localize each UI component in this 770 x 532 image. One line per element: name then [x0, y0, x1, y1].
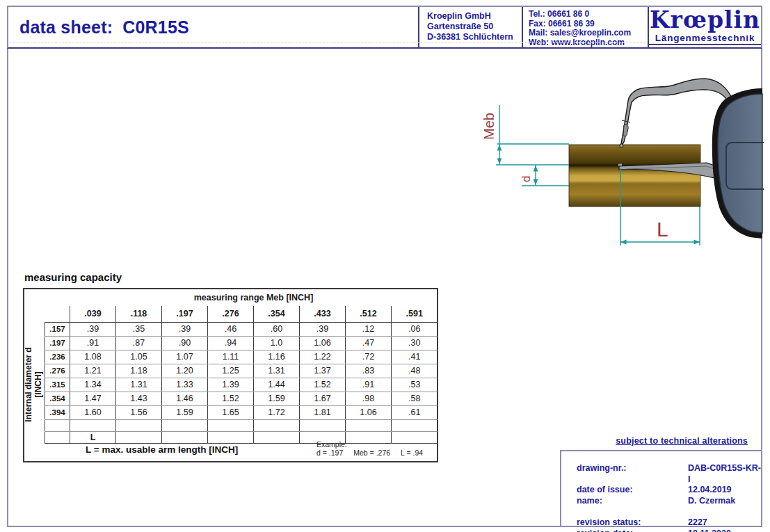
capacity-cell: 1.20 — [162, 364, 208, 378]
example-l: L = .94 — [401, 449, 423, 458]
contact-mail: Mail: sales@kroeplin.com — [529, 29, 648, 38]
contact-fax: Fax: 06661 86 39 — [529, 19, 648, 29]
capacity-cell — [208, 419, 254, 431]
company-city: D-36381 Schlüchtern — [427, 32, 522, 42]
capacity-cell: .61 — [392, 405, 438, 419]
capacity-cell: .35 — [116, 322, 162, 336]
row-group-label-line2: [INCH] — [34, 328, 44, 441]
logo-tagline: Längenmesstechnik — [649, 33, 761, 43]
capacity-cell — [392, 419, 438, 431]
capacity-cell: 1.08 — [70, 350, 116, 364]
col-header: .512 — [346, 306, 392, 322]
capacity-cell: 1.44 — [254, 378, 300, 392]
capacity-cell: 1.81 — [300, 405, 346, 419]
corner-cell — [45, 306, 70, 322]
col-header: .197 — [162, 306, 208, 322]
capacity-cell: 1.07 — [162, 350, 208, 364]
info-box-gap — [577, 506, 761, 517]
capacity-cell: .53 — [392, 378, 438, 392]
capacity-cell: 1.22 — [300, 350, 346, 364]
table-row: .2361.081.051.071.111.161.22.72.41 — [45, 350, 438, 364]
row-header: .197 — [45, 336, 70, 350]
row-header — [45, 419, 70, 431]
capacity-cell — [254, 419, 300, 431]
upper-arm-tip-detail — [623, 124, 628, 136]
capacity-cell: 1.65 — [208, 405, 254, 419]
capacity-cell: .47 — [346, 336, 392, 350]
col-header: .354 — [254, 306, 300, 322]
capacity-cell — [116, 419, 162, 431]
capacity-cell: 1.0 — [254, 336, 300, 350]
drawing-nr-row: drawing-nr.: DAB-C0R15S-KR-I — [577, 463, 761, 485]
measuring-illustration: Meb d L — [465, 58, 764, 261]
capacity-cell: 1.31 — [254, 364, 300, 378]
capacity-cell: 1.34 — [70, 378, 116, 392]
capacity-cell: .39 — [300, 322, 346, 336]
column-group-header-row: measuring range Meb [INCH] — [45, 289, 438, 306]
capacity-cell — [346, 419, 392, 431]
capacity-cell: 1.46 — [162, 392, 208, 405]
capacity-cell — [70, 419, 116, 431]
l-footnote: L = max. usable arm length [INCH] — [86, 444, 238, 455]
drawing-nr-label: drawing-nr.: — [577, 463, 688, 485]
row-header: .394 — [45, 405, 70, 419]
logo-brand-text: Krœplin — [649, 8, 761, 33]
capacity-cell: .91 — [70, 336, 116, 350]
company-name: Kroeplin GmbH — [427, 11, 522, 22]
dim-label-meb: Meb — [481, 113, 497, 140]
capacity-cell: 1.06 — [346, 405, 392, 419]
col-header: .591 — [392, 306, 438, 322]
capacity-cell: .94 — [208, 336, 254, 350]
dim-label-l: L — [657, 218, 668, 241]
name-row: name: D. Czermak — [577, 496, 761, 507]
row-header: .236 — [45, 350, 70, 364]
column-header-row: .039.118.197.276.354.433.512.591 — [45, 306, 438, 322]
page-title-label: data sheet: — [19, 17, 113, 38]
capacity-cell: 1.33 — [162, 378, 208, 392]
example-d: d = .197 — [316, 449, 343, 458]
capacity-cell: 1.56 — [116, 405, 162, 419]
row-header: .157 — [45, 322, 70, 336]
drawing-info-box: drawing-nr.: DAB-C0R15S-KR-I date of iss… — [560, 450, 762, 527]
capacity-cell: .46 — [208, 322, 254, 336]
capacity-cell: 1.25 — [208, 364, 254, 378]
col-header: .276 — [208, 306, 254, 322]
issue-date-value: 12.04.2019 — [688, 485, 761, 496]
capacity-cell: .58 — [392, 392, 438, 405]
col-header: .433 — [300, 306, 346, 322]
workpiece-block — [569, 145, 700, 207]
table-row: .2761.211.181.201.251.311.37.83.48 — [45, 364, 438, 378]
revision-status-row: revision status: 2227 — [577, 517, 761, 529]
drawing-nr-value: DAB-C0R15S-KR-I — [688, 463, 761, 485]
empty-row — [45, 419, 438, 431]
example-label: Example: — [316, 441, 423, 449]
capacity-cell: .12 — [346, 322, 392, 336]
capacity-cell: .60 — [254, 322, 300, 336]
capacity-footer: L = max. usable arm length [INCH] Exampl… — [24, 441, 437, 461]
capacity-cell: 1.47 — [70, 392, 116, 405]
dim-label-d: d — [520, 176, 533, 182]
capacity-cell: .91 — [346, 378, 392, 392]
capacity-cell: .06 — [392, 322, 438, 336]
row-header: .276 — [45, 364, 70, 378]
name-label: name: — [577, 496, 688, 507]
capacity-cell: 1.52 — [208, 392, 254, 405]
capacity-cell: 1.11 — [208, 350, 254, 364]
capacity-cell: 1.21 — [70, 364, 116, 378]
capacity-cell: 1.37 — [300, 364, 346, 378]
capacity-cell — [162, 419, 208, 431]
capacity-cell: .39 — [70, 322, 116, 336]
capacity-table-box: Internal diameter d [INCH] measuring ran… — [23, 288, 438, 462]
logo-cell: Krœplin Längenmesstechnik — [648, 7, 761, 47]
datasheet-page: { "title": { "label": "data sheet:", "nu… — [0, 0, 770, 532]
capacity-cell: 1.06 — [300, 336, 346, 350]
issue-date-row: date of issue: 12.04.2019 — [577, 485, 761, 496]
capacity-cell: 1.59 — [254, 392, 300, 405]
revision-date-label: revision date: — [577, 529, 688, 532]
page-title: data sheet: C0R15S — [8, 7, 418, 47]
table-row: .3941.601.561.591.651.721.811.06.61 — [45, 405, 438, 419]
capacity-cell: 1.16 — [254, 350, 300, 364]
company-street: Gartenstraße 50 — [427, 22, 522, 32]
capacity-cell: 1.67 — [300, 392, 346, 405]
table-row: .197.91.87.90.941.01.06.47.30 — [45, 336, 438, 350]
